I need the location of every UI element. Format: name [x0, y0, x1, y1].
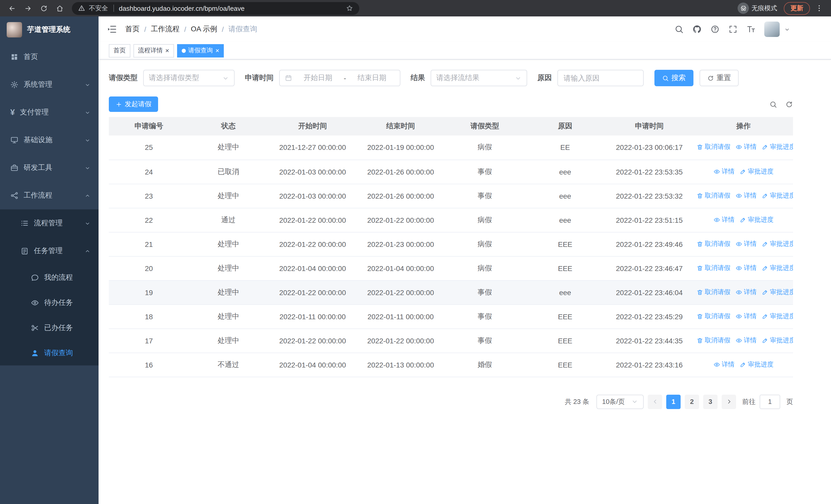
- action-detail-link[interactable]: 详情: [736, 312, 756, 321]
- search-button[interactable]: 搜索: [654, 70, 693, 86]
- action-cancel-link[interactable]: 取消请假: [696, 143, 730, 152]
- action-progress-link[interactable]: 审批进度: [762, 312, 793, 321]
- action-detail-link[interactable]: 详情: [736, 191, 756, 200]
- breadcrumb: 首页/工作流程/OA 示例/请假查询: [125, 25, 257, 34]
- sidebar-item-task-management[interactable]: 任务管理: [0, 237, 98, 265]
- action-detail-link[interactable]: 详情: [736, 239, 756, 248]
- action-progress-link[interactable]: 审批进度: [740, 215, 774, 224]
- action-progress-link[interactable]: 审批进度: [762, 191, 793, 200]
- avatar-caret-icon[interactable]: [784, 26, 790, 32]
- action-cancel-link[interactable]: 取消请假: [696, 239, 730, 248]
- cell-applied: 2022-01-22 23:46:04: [605, 280, 694, 304]
- action-progress-link[interactable]: 审批进度: [762, 288, 793, 296]
- reset-button[interactable]: 重置: [699, 70, 739, 86]
- refresh-table-icon[interactable]: [785, 100, 793, 108]
- page-button-2[interactable]: 2: [685, 394, 699, 409]
- action-progress-link[interactable]: 审批进度: [740, 167, 774, 176]
- user-avatar[interactable]: [764, 22, 780, 37]
- action-progress-link[interactable]: 审批进度: [762, 264, 793, 272]
- action-progress-link[interactable]: 审批进度: [762, 239, 793, 248]
- app-logo[interactable]: 芋道管理系统: [0, 17, 98, 43]
- action-cancel-link[interactable]: 取消请假: [696, 336, 730, 345]
- url-text[interactable]: dashboard.yudao.iocoder.cn/bpm/oa/leave: [119, 4, 245, 12]
- result-select[interactable]: 请选择流结果: [431, 70, 527, 86]
- address-bar[interactable]: 不安全 dashboard.yudao.iocoder.cn/bpm/oa/le…: [72, 2, 359, 14]
- sidebar-item-workflow[interactable]: 工作流程: [0, 182, 98, 209]
- action-progress-link[interactable]: 审批进度: [762, 143, 793, 152]
- tab-close-icon[interactable]: ×: [165, 47, 169, 54]
- cell-start: 2022-01-04 00:00:00: [268, 256, 357, 280]
- tab-close-icon[interactable]: ×: [215, 47, 219, 54]
- breadcrumb-item[interactable]: OA 示例: [191, 25, 218, 34]
- header-search-icon[interactable]: [675, 25, 684, 34]
- chevron-left-icon: [652, 398, 658, 405]
- page-button-1[interactable]: 1: [666, 394, 681, 409]
- tab-home[interactable]: 首页: [109, 44, 131, 57]
- action-progress-link[interactable]: 审批进度: [762, 336, 793, 345]
- sidebar-item-done-tasks[interactable]: 已办任务: [0, 315, 98, 340]
- leave-type-select[interactable]: 请选择请假类型: [143, 70, 235, 86]
- action-detail-link[interactable]: 详情: [713, 215, 735, 224]
- action-detail-link[interactable]: 详情: [736, 336, 756, 345]
- github-icon[interactable]: [692, 25, 701, 34]
- incognito-badge: [738, 3, 749, 14]
- sidebar-item-system-management[interactable]: 系统管理: [0, 71, 98, 98]
- action-cancel-link[interactable]: 取消请假: [696, 264, 730, 272]
- goto-page-input[interactable]: [760, 394, 780, 409]
- action-progress-link[interactable]: 审批进度: [740, 360, 774, 369]
- reason-label: 原因: [537, 73, 552, 83]
- page-button-3[interactable]: 3: [703, 394, 718, 409]
- action-cancel-link[interactable]: 取消请假: [696, 191, 730, 200]
- create-leave-button[interactable]: 发起请假: [109, 96, 158, 112]
- toggle-search-icon[interactable]: [769, 100, 777, 108]
- action-detail-link[interactable]: 详情: [736, 143, 756, 152]
- action-detail-link[interactable]: 详情: [713, 360, 735, 369]
- sidebar-toggle-icon[interactable]: [107, 24, 117, 34]
- sidebar-item-home[interactable]: 首页: [0, 43, 98, 71]
- page-size-value: 10条/页: [602, 397, 628, 406]
- action-detail-link[interactable]: 详情: [713, 167, 735, 176]
- cell-id: 23: [109, 184, 189, 208]
- breadcrumb-item[interactable]: 首页: [125, 25, 140, 34]
- cell-start: 2022-01-22 00:00:00: [268, 232, 357, 256]
- sidebar-item-infrastructure[interactable]: 基础设施: [0, 126, 98, 154]
- security-label[interactable]: 不安全: [89, 4, 108, 12]
- browser-forward-icon[interactable]: [21, 2, 34, 15]
- font-size-icon[interactable]: [746, 25, 755, 34]
- breadcrumb-separator: /: [144, 25, 146, 33]
- sidebar-item-todo-tasks[interactable]: 待办任务: [0, 290, 98, 315]
- sidebar-item-process-management[interactable]: 流程管理: [0, 209, 98, 237]
- action-cancel-link[interactable]: 取消请假: [696, 312, 730, 321]
- browser-reload-icon[interactable]: [37, 2, 50, 15]
- tab-process-detail[interactable]: 流程详情×: [134, 44, 174, 57]
- fullscreen-icon[interactable]: [728, 25, 738, 34]
- browser-back-icon[interactable]: [5, 2, 19, 15]
- leave-table: 申请编号状态开始时间结束时间请假类型原因申请时间操作 25处理中2021-12-…: [109, 117, 793, 377]
- column-header: 结束时间: [357, 117, 444, 136]
- action-cancel-link[interactable]: 取消请假: [696, 288, 730, 296]
- eye-icon: [736, 289, 742, 295]
- chevron-right-icon: [725, 398, 732, 405]
- browser-update-button[interactable]: 更新: [784, 2, 810, 14]
- cell-start: 2022-01-03 00:00:00: [268, 184, 357, 208]
- eye-icon: [736, 337, 742, 344]
- breadcrumb-item[interactable]: 工作流程: [151, 25, 180, 34]
- prev-page-button[interactable]: [648, 394, 662, 409]
- reason-input[interactable]: [558, 70, 642, 86]
- table-row: 19处理中2022-01-22 00:00:002022-01-22 00:00…: [109, 280, 793, 304]
- sidebar-item-payment-management[interactable]: ¥支付管理: [0, 98, 98, 126]
- sidebar-item-leave-query[interactable]: 请假查询: [0, 340, 98, 365]
- sidebar-item-dev-tools[interactable]: 研发工具: [0, 154, 98, 182]
- page-size-select[interactable]: 10条/页: [596, 394, 643, 409]
- apply-time-range-picker[interactable]: 开始日期 - 结束日期: [279, 70, 400, 86]
- sidebar-item-my-process[interactable]: 我的流程: [0, 265, 98, 290]
- action-detail-link[interactable]: 详情: [736, 264, 756, 272]
- bookmark-star-icon[interactable]: [346, 5, 353, 12]
- browser-menu-icon[interactable]: [812, 2, 826, 15]
- yen-icon: ¥: [10, 108, 15, 117]
- tab-leave-query[interactable]: 请假查询×: [177, 44, 224, 57]
- next-page-button[interactable]: [722, 394, 736, 409]
- browser-home-icon[interactable]: [53, 2, 66, 15]
- help-icon[interactable]: [710, 25, 720, 34]
- action-detail-link[interactable]: 详情: [736, 288, 756, 296]
